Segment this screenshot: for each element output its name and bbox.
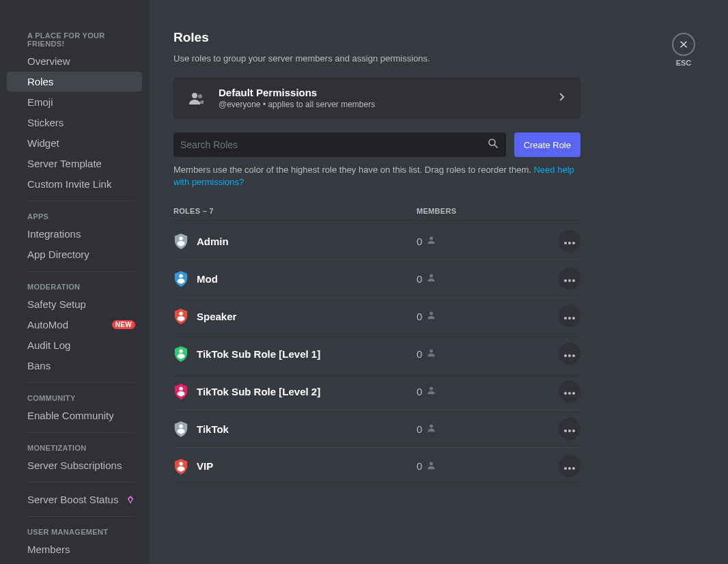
svg-line-3 <box>494 145 497 147</box>
members-icon <box>186 87 208 109</box>
role-more-button[interactable] <box>559 380 580 402</box>
section-header-community: COMMUNITY <box>7 390 142 405</box>
sidebar-item-server-template[interactable]: Server Template <box>7 154 142 173</box>
role-row[interactable]: Mod0 <box>173 259 580 297</box>
sidebar-item-invites[interactable]: Invites <box>7 560 142 564</box>
role-more-button[interactable] <box>559 418 580 440</box>
role-name: Admin <box>197 236 229 247</box>
svg-point-8 <box>572 242 575 244</box>
svg-point-7 <box>568 242 571 244</box>
svg-point-34 <box>179 462 183 466</box>
main-content: ESC Roles Use roles to group your server… <box>149 0 728 564</box>
more-icon <box>564 460 575 473</box>
role-more-button[interactable] <box>559 343 580 365</box>
role-row[interactable]: VIP0 <box>173 447 580 485</box>
svg-point-5 <box>430 237 433 240</box>
search-box[interactable] <box>173 132 506 157</box>
divider <box>27 482 135 483</box>
role-name-cell: TikTok <box>173 421 417 437</box>
role-more-button[interactable] <box>559 455 580 477</box>
svg-point-12 <box>568 279 571 282</box>
svg-point-11 <box>564 279 567 282</box>
sidebar-item-custom-invite-link[interactable]: Custom Invite Link <box>7 174 142 194</box>
sidebar-item-label: Emoji <box>27 96 53 108</box>
role-shield-icon <box>173 308 188 324</box>
page-subtitle: Use roles to group your server members a… <box>173 53 701 64</box>
sidebar-item-members[interactable]: Members <box>7 539 142 559</box>
sidebar-item-emoji[interactable]: Emoji <box>7 92 142 112</box>
role-row[interactable]: TikTok Sub Role [Level 1]0 <box>173 335 580 372</box>
role-member-count: 0 <box>417 386 422 397</box>
svg-point-36 <box>564 467 567 470</box>
sidebar-item-bans[interactable]: Bans <box>7 356 142 376</box>
sidebar-item-audit-log[interactable]: Audit Log <box>7 335 142 355</box>
sidebar-item-roles[interactable]: Roles <box>7 72 142 91</box>
person-icon <box>426 310 436 322</box>
role-row[interactable]: Admin0 <box>173 222 580 259</box>
svg-point-2 <box>489 139 495 145</box>
more-icon <box>564 348 575 360</box>
sidebar-item-server-subscriptions[interactable]: Server Subscriptions <box>7 455 142 475</box>
role-name: VIP <box>197 460 213 472</box>
sidebar-item-integrations[interactable]: Integrations <box>7 224 142 244</box>
sidebar-item-enable-community[interactable]: Enable Community <box>7 406 142 425</box>
divider <box>27 516 135 517</box>
role-actions-cell <box>540 305 580 327</box>
role-row[interactable]: TikTok0 <box>173 410 580 447</box>
default-permissions-subtitle: @everyone • applies to all server member… <box>219 100 556 109</box>
sidebar-item-widget[interactable]: Widget <box>7 133 142 153</box>
svg-point-4 <box>179 237 183 241</box>
more-icon <box>564 235 575 247</box>
sidebar-item-label: Enable Community <box>27 410 114 421</box>
role-shield-icon <box>173 346 188 362</box>
sidebar-item-label: Server Boost Status <box>27 494 118 505</box>
role-member-count: 0 <box>417 236 422 247</box>
server-name-header: A PLACE FOR YOUR FRIENDS! <box>7 27 142 51</box>
role-more-button[interactable] <box>559 305 580 327</box>
svg-point-31 <box>564 429 567 432</box>
new-badge: NEW <box>112 320 135 329</box>
search-input[interactable] <box>180 139 487 150</box>
page-title: Roles <box>173 30 701 45</box>
svg-point-18 <box>572 317 575 320</box>
person-icon <box>426 348 436 360</box>
svg-point-9 <box>179 274 183 279</box>
role-actions-cell <box>540 455 580 477</box>
sidebar-item-automod[interactable]: AutoMod NEW <box>7 315 142 335</box>
create-role-button[interactable]: Create Role <box>514 132 580 157</box>
role-member-count: 0 <box>417 273 422 285</box>
role-shield-icon <box>173 233 188 249</box>
role-row[interactable]: TikTok Sub Role [Level 2]0 <box>173 372 580 410</box>
members-column-header: MEMBERS <box>417 207 540 215</box>
default-permissions-card[interactable]: Default Permissions @everyone • applies … <box>173 77 580 119</box>
default-permissions-text: Default Permissions @everyone • applies … <box>219 87 556 109</box>
sidebar-item-server-boost-status[interactable]: Server Boost Status <box>7 490 142 509</box>
role-members-cell: 0 <box>417 460 540 473</box>
sidebar-item-overview[interactable]: Overview <box>7 51 142 71</box>
svg-point-20 <box>430 350 433 353</box>
role-member-count: 0 <box>417 423 422 435</box>
sidebar-item-label: Roles <box>27 76 53 87</box>
role-name: TikTok Sub Role [Level 1] <box>197 348 320 360</box>
role-shield-icon <box>173 270 188 287</box>
close-button[interactable] <box>672 33 695 56</box>
divider <box>27 271 135 272</box>
role-row[interactable]: Speaker0 <box>173 297 580 335</box>
role-more-button[interactable] <box>559 268 580 290</box>
sidebar-item-safety-setup[interactable]: Safety Setup <box>7 294 142 314</box>
svg-point-27 <box>568 392 571 395</box>
role-more-button[interactable] <box>559 230 580 252</box>
sidebar-item-stickers[interactable]: Stickers <box>7 113 142 132</box>
role-name: Speaker <box>197 311 236 322</box>
more-icon <box>564 423 575 435</box>
svg-point-37 <box>568 467 571 470</box>
svg-point-38 <box>572 467 575 470</box>
svg-point-25 <box>430 387 433 391</box>
role-shield-icon <box>173 458 188 475</box>
svg-point-22 <box>568 354 571 357</box>
role-actions-cell <box>540 343 580 365</box>
person-icon <box>426 423 436 435</box>
search-icon <box>487 137 499 152</box>
person-icon <box>426 272 436 285</box>
sidebar-item-app-directory[interactable]: App Directory <box>7 244 142 264</box>
